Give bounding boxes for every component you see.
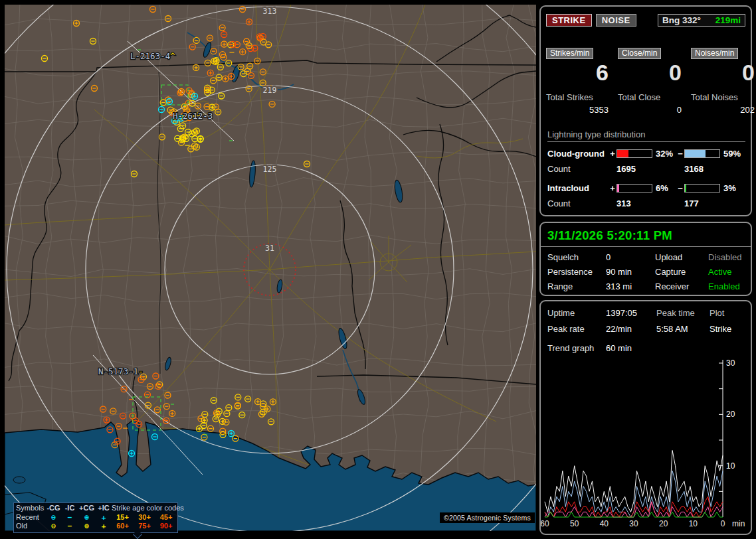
- x-tick-label: 50: [570, 519, 579, 528]
- distribution-row: Intracloud+6%−3%: [547, 183, 745, 193]
- legend-age-code: 60+: [112, 522, 134, 531]
- stat-total-label: Total Close: [618, 92, 682, 102]
- stat-column-0: Strikes/min6Total Strikes5353: [546, 46, 609, 115]
- plot-value: Strike: [709, 324, 744, 334]
- legend-symbol: ⊕: [78, 513, 96, 522]
- setting-status: Enabled: [708, 281, 744, 291]
- plus-sign: +: [609, 183, 616, 193]
- setting-status: Disabled: [708, 252, 744, 262]
- noise-tab[interactable]: NOISE: [596, 14, 636, 27]
- strike-tab[interactable]: STRIKE: [546, 14, 592, 27]
- peak-rate-value: 22/min: [606, 324, 656, 334]
- stat-total-value: 202: [691, 105, 755, 115]
- status-panel: 3/11/2026 5:20:11 PM Squelch0UploadDisab…: [539, 222, 752, 296]
- x-tick-label: 30: [629, 519, 638, 528]
- stat-total-value: 5353: [546, 105, 609, 115]
- legend-col-pCG: +CG: [78, 504, 96, 513]
- legend-symbol: ⊖: [45, 522, 62, 531]
- stat-rate-value: 0: [618, 60, 682, 84]
- y-tick-label: 30: [726, 358, 735, 368]
- setting-label: Persistence: [547, 267, 606, 277]
- lightning-map[interactable]: 31321912531 L-2163-4^H-2612-3N-5173-1-: [5, 5, 536, 531]
- peak-rate-label: Peak rate: [547, 324, 606, 334]
- setting-label: Receiver: [655, 281, 708, 291]
- legend-header-ages: Strike age color codes: [112, 504, 177, 513]
- ring-label: 313: [263, 7, 277, 16]
- trend-series-Totalstrikes: [545, 451, 723, 512]
- stat-column-1: Close/min0Total Close0: [618, 46, 682, 115]
- setting-label: Upload: [655, 252, 708, 262]
- negative-bar: [684, 184, 720, 193]
- negative-count: 177: [684, 198, 745, 208]
- trend-graph-label: Trend graph: [547, 343, 606, 353]
- legend-symbol: +: [96, 513, 112, 522]
- separator: [541, 246, 751, 247]
- trend-graph-row: Trend graph 60 min: [547, 343, 744, 353]
- stat-total-label: Total Strikes: [546, 92, 609, 102]
- setting-label: Capture: [655, 267, 708, 277]
- legend-age-code: 30+: [134, 513, 155, 522]
- uptime-grid: Uptime1397:05Peak timePlotPeak rate22/mi…: [547, 308, 744, 334]
- peak-time-header: Peak time: [656, 308, 709, 318]
- stat-total-label: Total Noises: [691, 92, 755, 102]
- datetime-display: 3/11/2026 5:20:11 PM: [547, 228, 744, 243]
- strike-stats-panel: STRIKE NOISE Bng 332° 219mi Strikes/min6…: [539, 5, 752, 216]
- legend-age-code: 90+: [155, 522, 177, 531]
- x-tick-label: 40: [600, 519, 609, 528]
- distribution-name: Intracloud: [547, 183, 609, 193]
- setting-value: 313 mi: [606, 281, 655, 291]
- stat-rate-value: 6: [546, 60, 609, 84]
- mode-tabs: STRIKE NOISE Bng 332° 219mi: [546, 14, 745, 27]
- distribution-title: Lightning type distribution: [547, 129, 745, 142]
- legend-col-pIC: +IC: [96, 504, 112, 513]
- legend-col-nCG: -CG: [45, 504, 62, 513]
- legend-age-code: 45+: [155, 513, 177, 522]
- legend-symbol: −: [62, 513, 78, 522]
- plus-sign: +: [609, 149, 616, 159]
- map-area[interactable]: 31321912531 L-2163-4^H-2612-3N-5173-1- ©…: [5, 5, 536, 531]
- legend-header-symbols: Symbols: [16, 504, 45, 513]
- minus-sign: −: [676, 149, 684, 159]
- positive-bar: [616, 149, 652, 158]
- legend-row-label: Recent: [16, 513, 45, 522]
- positive-count: 1695: [616, 164, 684, 174]
- positive-percent: 6%: [652, 183, 676, 193]
- setting-status: Active: [708, 267, 744, 277]
- setting-value: 0: [606, 252, 655, 262]
- distribution-count-row: Count313177: [547, 198, 745, 208]
- uptime-value: 1397:05: [606, 308, 656, 318]
- count-label: Count: [547, 198, 616, 208]
- stat-total-value: 0: [618, 105, 682, 115]
- stat-chip[interactable]: Noises/min: [691, 48, 738, 59]
- legend-symbol: ⊖: [45, 513, 62, 522]
- positive-count: 313: [616, 198, 684, 208]
- legend-symbol: +: [96, 522, 112, 531]
- copyright-label: ©2005 Astrogenic Systems: [440, 512, 535, 523]
- uptime-label: Uptime: [547, 308, 606, 318]
- setting-value: 90 min: [606, 267, 655, 277]
- x-tick-label: 10: [689, 519, 698, 528]
- distribution-name: Cloud-ground: [547, 149, 609, 159]
- distribution-row: Cloud-ground+32%−59%: [547, 149, 745, 159]
- map-legend: Symbols-CG-IC+CG+ICStrike age color code…: [13, 502, 178, 533]
- bearing-display: Bng 332° 219mi: [658, 14, 745, 27]
- legend-row-label: Old: [16, 522, 45, 531]
- settings-grid: Squelch0UploadDisabledPersistence90 minC…: [547, 252, 744, 291]
- ring-label: 31: [265, 244, 274, 253]
- ring-label: 219: [263, 86, 277, 95]
- x-tick-label: 0: [721, 519, 725, 528]
- minus-sign: −: [676, 183, 684, 193]
- x-tick-label: 20: [659, 519, 668, 528]
- count-label: Count: [547, 164, 616, 174]
- negative-bar: [684, 149, 720, 158]
- setting-label: Squelch: [547, 252, 606, 262]
- legend-age-code: 15+: [112, 513, 134, 522]
- x-unit-label: min: [732, 519, 745, 528]
- trend-series-CG: [545, 471, 723, 517]
- ring-label: 125: [263, 165, 277, 174]
- stat-chip[interactable]: Strikes/min: [546, 48, 593, 59]
- stat-chip[interactable]: Close/min: [618, 48, 661, 59]
- legend-symbol: −: [62, 522, 78, 531]
- storm-label: H-2612-3: [173, 111, 213, 121]
- positive-bar: [616, 184, 652, 193]
